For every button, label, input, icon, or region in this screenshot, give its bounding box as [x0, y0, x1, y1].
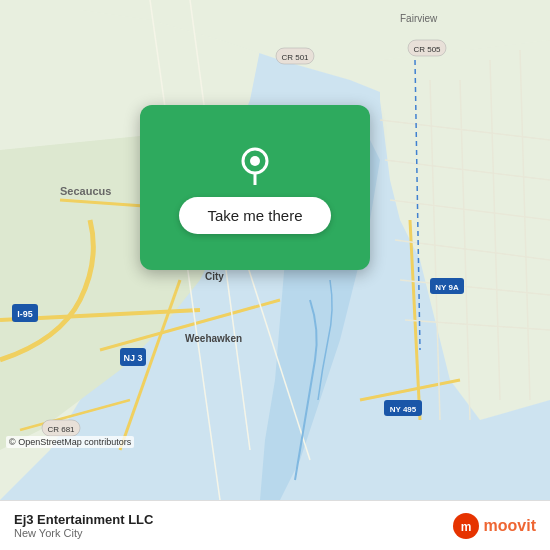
place-name: Ej3 Entertainment LLC [14, 512, 153, 527]
svg-text:m: m [460, 520, 471, 534]
svg-text:I-95: I-95 [17, 309, 33, 319]
svg-text:City: City [205, 271, 224, 282]
svg-text:Secaucus: Secaucus [60, 185, 111, 197]
place-location: New York City [14, 527, 153, 539]
map-container: I-95 NJ 3 CR 501 CR 505 CR 681 NY 9A NY … [0, 0, 550, 500]
location-card: Take me there [140, 105, 370, 270]
svg-text:CR 681: CR 681 [47, 425, 75, 434]
svg-text:NY 495: NY 495 [390, 405, 417, 414]
take-me-there-button[interactable]: Take me there [179, 197, 330, 234]
osm-credit: © OpenStreetMap contributors [6, 436, 134, 448]
svg-text:CR 501: CR 501 [281, 53, 309, 62]
moovit-brand-text: moovit [484, 517, 536, 535]
svg-point-47 [250, 156, 260, 166]
pin-icon [233, 141, 277, 185]
moovit-brand-icon: m [452, 512, 480, 540]
svg-text:Weehawken: Weehawken [185, 333, 242, 344]
svg-text:CR 505: CR 505 [413, 45, 441, 54]
moovit-logo: m moovit [452, 512, 536, 540]
footer-info: Ej3 Entertainment LLC New York City [14, 512, 153, 539]
svg-text:NJ 3: NJ 3 [123, 353, 142, 363]
svg-text:Fairview: Fairview [400, 13, 438, 24]
footer-bar: Ej3 Entertainment LLC New York City m mo… [0, 500, 550, 550]
svg-text:NY 9A: NY 9A [435, 283, 459, 292]
